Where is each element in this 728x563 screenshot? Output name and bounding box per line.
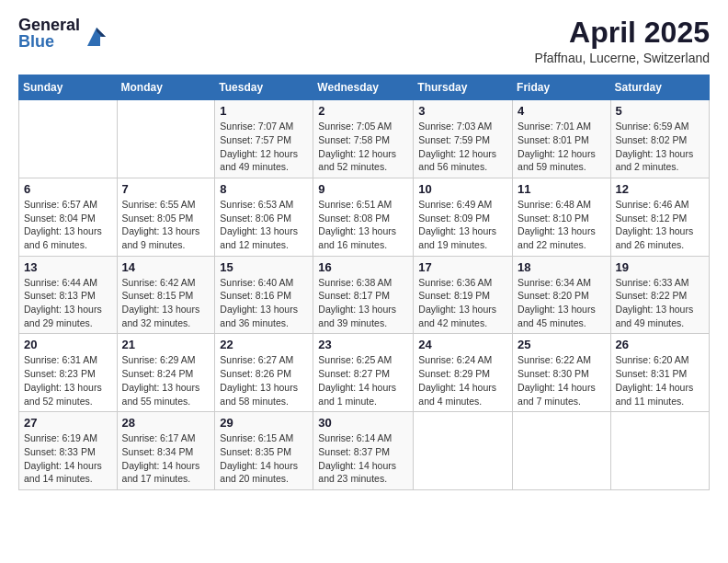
calendar-cell: 7Sunrise: 6:55 AM Sunset: 8:05 PM Daylig… bbox=[117, 178, 215, 256]
day-info: Sunrise: 6:40 AM Sunset: 8:16 PM Dayligh… bbox=[220, 276, 308, 330]
calendar-cell: 26Sunrise: 6:20 AM Sunset: 8:31 PM Dayli… bbox=[610, 334, 709, 412]
day-info: Sunrise: 6:38 AM Sunset: 8:17 PM Dayligh… bbox=[318, 276, 408, 330]
calendar-cell: 22Sunrise: 6:27 AM Sunset: 8:26 PM Dayli… bbox=[215, 334, 313, 412]
day-number: 18 bbox=[518, 260, 606, 274]
calendar-cell: 25Sunrise: 6:22 AM Sunset: 8:30 PM Dayli… bbox=[513, 334, 611, 412]
day-number: 24 bbox=[418, 338, 507, 351]
calendar-cell: 28Sunrise: 6:17 AM Sunset: 8:34 PM Dayli… bbox=[117, 412, 215, 490]
day-info: Sunrise: 6:51 AM Sunset: 8:08 PM Dayligh… bbox=[318, 198, 408, 252]
calendar-cell: 4Sunrise: 7:01 AM Sunset: 8:01 PM Daylig… bbox=[513, 100, 611, 178]
subtitle: Pfaffnau, Lucerne, Switzerland bbox=[535, 51, 710, 65]
day-info: Sunrise: 6:57 AM Sunset: 8:04 PM Dayligh… bbox=[24, 198, 112, 252]
calendar-day-header: Wednesday bbox=[313, 75, 414, 100]
day-info: Sunrise: 6:33 AM Sunset: 8:22 PM Dayligh… bbox=[616, 276, 704, 330]
day-number: 11 bbox=[518, 182, 606, 196]
day-number: 30 bbox=[318, 416, 408, 430]
calendar-cell: 27Sunrise: 6:19 AM Sunset: 8:33 PM Dayli… bbox=[19, 412, 118, 490]
day-number: 9 bbox=[318, 182, 408, 196]
day-info: Sunrise: 6:19 AM Sunset: 8:33 PM Dayligh… bbox=[24, 431, 112, 486]
day-number: 20 bbox=[24, 338, 112, 351]
calendar-cell: 11Sunrise: 6:48 AM Sunset: 8:10 PM Dayli… bbox=[513, 178, 611, 256]
day-info: Sunrise: 6:27 AM Sunset: 8:26 PM Dayligh… bbox=[220, 353, 308, 408]
calendar-week-row: 13Sunrise: 6:44 AM Sunset: 8:13 PM Dayli… bbox=[19, 256, 710, 334]
day-number: 2 bbox=[318, 104, 408, 118]
day-number: 22 bbox=[220, 338, 308, 351]
calendar-cell bbox=[414, 412, 513, 490]
day-number: 26 bbox=[616, 338, 704, 351]
calendar-day-header: Sunday bbox=[19, 75, 118, 100]
calendar-cell bbox=[610, 412, 709, 490]
calendar-cell: 2Sunrise: 7:05 AM Sunset: 7:58 PM Daylig… bbox=[313, 100, 414, 178]
day-info: Sunrise: 6:14 AM Sunset: 8:37 PM Dayligh… bbox=[318, 431, 408, 486]
day-number: 8 bbox=[220, 182, 308, 196]
calendar-cell: 10Sunrise: 6:49 AM Sunset: 8:09 PM Dayli… bbox=[414, 178, 513, 256]
calendar-cell: 21Sunrise: 6:29 AM Sunset: 8:24 PM Dayli… bbox=[117, 334, 215, 412]
calendar-cell bbox=[19, 100, 118, 178]
day-number: 13 bbox=[24, 260, 112, 274]
page: General Blue April 2025 Pfaffnau, Lucern… bbox=[0, 0, 728, 563]
day-info: Sunrise: 6:20 AM Sunset: 8:31 PM Dayligh… bbox=[616, 353, 704, 408]
day-info: Sunrise: 6:48 AM Sunset: 8:10 PM Dayligh… bbox=[518, 198, 606, 252]
header: General Blue April 2025 Pfaffnau, Lucern… bbox=[18, 17, 710, 65]
calendar-cell: 16Sunrise: 6:38 AM Sunset: 8:17 PM Dayli… bbox=[313, 256, 414, 334]
day-number: 23 bbox=[318, 338, 408, 351]
day-number: 17 bbox=[418, 260, 507, 274]
calendar-cell bbox=[513, 412, 611, 490]
day-number: 5 bbox=[616, 104, 704, 118]
day-info: Sunrise: 6:59 AM Sunset: 8:02 PM Dayligh… bbox=[616, 120, 704, 174]
calendar-cell: 3Sunrise: 7:03 AM Sunset: 7:59 PM Daylig… bbox=[414, 100, 513, 178]
calendar-day-header: Saturday bbox=[610, 75, 709, 100]
day-number: 25 bbox=[518, 338, 606, 351]
calendar-cell: 20Sunrise: 6:31 AM Sunset: 8:23 PM Dayli… bbox=[19, 334, 118, 412]
day-info: Sunrise: 6:15 AM Sunset: 8:35 PM Dayligh… bbox=[220, 431, 308, 486]
day-info: Sunrise: 7:07 AM Sunset: 7:57 PM Dayligh… bbox=[220, 120, 308, 174]
day-info: Sunrise: 6:17 AM Sunset: 8:34 PM Dayligh… bbox=[122, 431, 210, 486]
day-info: Sunrise: 6:34 AM Sunset: 8:20 PM Dayligh… bbox=[518, 276, 606, 330]
day-info: Sunrise: 6:53 AM Sunset: 8:06 PM Dayligh… bbox=[220, 198, 308, 252]
calendar-cell: 5Sunrise: 6:59 AM Sunset: 8:02 PM Daylig… bbox=[610, 100, 709, 178]
calendar-cell: 13Sunrise: 6:44 AM Sunset: 8:13 PM Dayli… bbox=[19, 256, 118, 334]
day-number: 7 bbox=[122, 182, 210, 196]
day-number: 4 bbox=[518, 104, 606, 118]
day-info: Sunrise: 6:44 AM Sunset: 8:13 PM Dayligh… bbox=[24, 276, 112, 330]
calendar-header-row: SundayMondayTuesdayWednesdayThursdayFrid… bbox=[19, 75, 710, 100]
logo-blue: Blue bbox=[18, 33, 80, 50]
day-info: Sunrise: 6:31 AM Sunset: 8:23 PM Dayligh… bbox=[24, 353, 112, 408]
day-number: 1 bbox=[220, 104, 308, 118]
day-number: 21 bbox=[122, 338, 210, 351]
day-number: 6 bbox=[24, 182, 112, 196]
calendar-cell: 23Sunrise: 6:25 AM Sunset: 8:27 PM Dayli… bbox=[313, 334, 414, 412]
calendar-cell: 6Sunrise: 6:57 AM Sunset: 8:04 PM Daylig… bbox=[19, 178, 118, 256]
day-info: Sunrise: 6:49 AM Sunset: 8:09 PM Dayligh… bbox=[418, 198, 507, 252]
day-info: Sunrise: 6:25 AM Sunset: 8:27 PM Dayligh… bbox=[318, 353, 408, 408]
calendar-day-header: Thursday bbox=[414, 75, 513, 100]
logo: General Blue bbox=[18, 17, 109, 50]
day-info: Sunrise: 6:29 AM Sunset: 8:24 PM Dayligh… bbox=[122, 353, 210, 408]
title-section: April 2025 Pfaffnau, Lucerne, Switzerlan… bbox=[535, 17, 710, 65]
day-info: Sunrise: 7:05 AM Sunset: 7:58 PM Dayligh… bbox=[318, 120, 408, 174]
day-number: 29 bbox=[220, 416, 308, 430]
calendar-day-header: Monday bbox=[117, 75, 215, 100]
day-number: 15 bbox=[220, 260, 308, 274]
day-number: 19 bbox=[616, 260, 704, 274]
calendar-cell: 29Sunrise: 6:15 AM Sunset: 8:35 PM Dayli… bbox=[215, 412, 313, 490]
calendar-week-row: 1Sunrise: 7:07 AM Sunset: 7:57 PM Daylig… bbox=[19, 100, 710, 178]
logo-icon bbox=[84, 24, 109, 50]
calendar-cell: 9Sunrise: 6:51 AM Sunset: 8:08 PM Daylig… bbox=[313, 178, 414, 256]
day-number: 14 bbox=[122, 260, 210, 274]
calendar-week-row: 27Sunrise: 6:19 AM Sunset: 8:33 PM Dayli… bbox=[19, 412, 710, 490]
day-number: 28 bbox=[122, 416, 210, 430]
day-info: Sunrise: 6:24 AM Sunset: 8:29 PM Dayligh… bbox=[418, 353, 507, 408]
calendar-cell: 30Sunrise: 6:14 AM Sunset: 8:37 PM Dayli… bbox=[313, 412, 414, 490]
logo-general: General bbox=[18, 17, 80, 33]
calendar-cell: 12Sunrise: 6:46 AM Sunset: 8:12 PM Dayli… bbox=[610, 178, 709, 256]
day-info: Sunrise: 6:42 AM Sunset: 8:15 PM Dayligh… bbox=[122, 276, 210, 330]
day-number: 12 bbox=[616, 182, 704, 196]
day-number: 16 bbox=[318, 260, 408, 274]
day-info: Sunrise: 6:36 AM Sunset: 8:19 PM Dayligh… bbox=[418, 276, 507, 330]
day-info: Sunrise: 6:55 AM Sunset: 8:05 PM Dayligh… bbox=[122, 198, 210, 252]
calendar-week-row: 6Sunrise: 6:57 AM Sunset: 8:04 PM Daylig… bbox=[19, 178, 710, 256]
day-info: Sunrise: 6:46 AM Sunset: 8:12 PM Dayligh… bbox=[616, 198, 704, 252]
day-info: Sunrise: 7:01 AM Sunset: 8:01 PM Dayligh… bbox=[518, 120, 606, 174]
calendar-cell bbox=[117, 100, 215, 178]
